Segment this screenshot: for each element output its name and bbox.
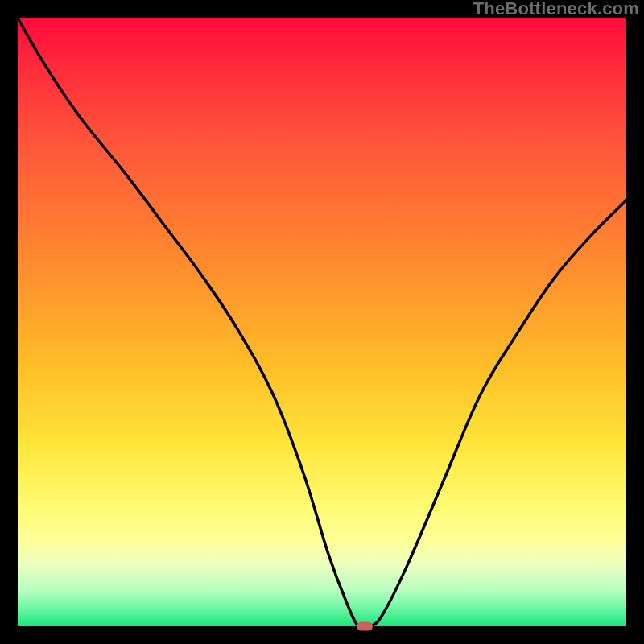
chart-background-gradient <box>18 18 626 626</box>
chart-container: TheBottleneck.com <box>0 0 644 644</box>
watermark-text: TheBottleneck.com <box>473 0 639 19</box>
